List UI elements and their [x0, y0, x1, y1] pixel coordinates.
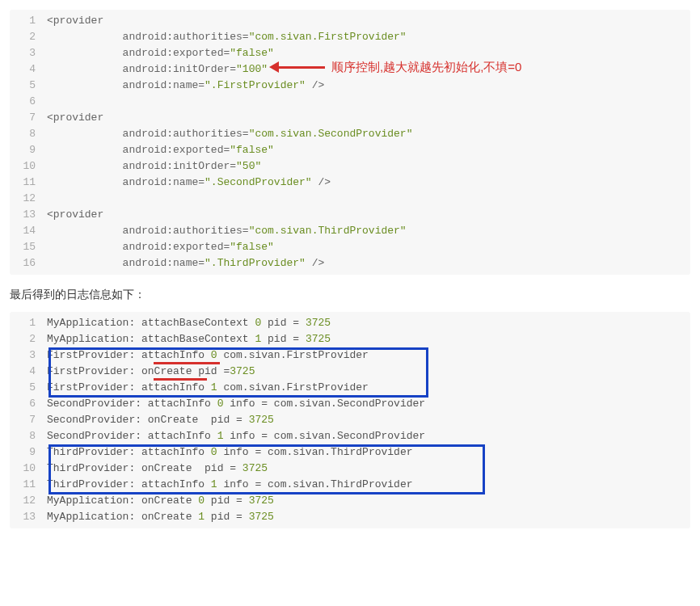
code-content: ThirdProvider: onCreate pid = 3725	[47, 461, 690, 477]
code-row: 10 android:initOrder="50"	[10, 158, 690, 175]
line-number: 1	[10, 13, 47, 29]
code-content: android:authorities="com.sivan.FirstProv…	[47, 29, 690, 45]
line-number: 12	[10, 191, 47, 207]
code-row: 5 android:name=".FirstProvider" />	[10, 78, 690, 94]
line-number: 13	[10, 207, 47, 223]
code-content: MyApplication: onCreate 0 pid = 3725	[47, 493, 690, 509]
code-content	[47, 94, 690, 110]
line-number: 8	[10, 428, 47, 444]
code-row: 9ThirdProvider: attachInfo 0 info = com.…	[10, 444, 690, 461]
code-row: 5FirstProvider: attachInfo 1 com.sivan.F…	[10, 380, 690, 396]
line-number: 8	[10, 126, 47, 142]
code-content: MyApplication: attachBaseContext 1 pid =…	[47, 331, 690, 347]
line-number: 10	[10, 461, 47, 477]
code-content: android:exported="false"	[47, 45, 690, 61]
code-row: 13MyApplication: onCreate 1 pid = 3725	[10, 509, 690, 525]
code-row: 10ThirdProvider: onCreate pid = 3725	[10, 461, 690, 477]
code-content: <provider	[47, 110, 690, 126]
code-content: ThirdProvider: attachInfo 0 info = com.s…	[47, 444, 690, 461]
xml-code-block: 顺序控制,越大就越先初始化,不填=0 1<provider2 android:a…	[10, 10, 690, 275]
arrow-icon	[276, 66, 325, 69]
line-number: 7	[10, 110, 47, 126]
code-row: 3FirstProvider: attachInfo 0 com.sivan.F…	[10, 347, 690, 364]
code-content: android:authorities="com.sivan.ThirdProv…	[47, 223, 690, 239]
line-number: 7	[10, 412, 47, 428]
line-number: 10	[10, 158, 47, 175]
line-number: 15	[10, 239, 47, 255]
code-content: ThirdProvider: attachInfo 1 info = com.s…	[47, 477, 690, 493]
code-content	[47, 191, 690, 207]
line-number: 2	[10, 331, 47, 347]
line-number: 5	[10, 78, 47, 94]
code-row: 6SecondProvider: attachInfo 0 info = com…	[10, 396, 690, 412]
code-row: 7SecondProvider: onCreate pid = 3725	[10, 412, 690, 428]
code-row: 8SecondProvider: attachInfo 1 info = com…	[10, 428, 690, 444]
code-content: SecondProvider: onCreate pid = 3725	[47, 412, 690, 428]
code-row: 8 android:authorities="com.sivan.SecondP…	[10, 126, 690, 142]
line-number: 16	[10, 255, 47, 271]
line-number: 4	[10, 364, 47, 380]
line-number: 14	[10, 223, 47, 239]
code-content: android:name=".FirstProvider" />	[47, 78, 690, 94]
line-number: 11	[10, 477, 47, 493]
caption-text: 最后得到的日志信息如下：	[10, 288, 690, 302]
log-code-block: 1MyApplication: attachBaseContext 0 pid …	[10, 312, 690, 528]
line-number: 9	[10, 444, 47, 461]
code-content: android:exported="false"	[47, 142, 690, 158]
code-row: 11ThirdProvider: attachInfo 1 info = com…	[10, 477, 690, 493]
line-number: 6	[10, 396, 47, 412]
annotation-arrow: 顺序控制,越大就越先初始化,不填=0	[276, 60, 521, 75]
code-row: 4FirstProvider: onCreate pid =3725	[10, 364, 690, 380]
code-row: 14 android:authorities="com.sivan.ThirdP…	[10, 223, 690, 239]
code-content: FirstProvider: attachInfo 1 com.sivan.Fi…	[47, 380, 690, 396]
code-content: android:name=".SecondProvider" />	[47, 175, 690, 191]
line-number: 5	[10, 380, 47, 396]
code-row: 1<provider	[10, 13, 690, 29]
code-row: 2 android:authorities="com.sivan.FirstPr…	[10, 29, 690, 45]
line-number: 3	[10, 45, 47, 61]
code-row: 6	[10, 94, 690, 110]
code-content: android:exported="false"	[47, 239, 690, 255]
line-number: 4	[10, 61, 47, 78]
code-content: MyApplication: attachBaseContext 0 pid =…	[47, 315, 690, 331]
code-row: 2MyApplication: attachBaseContext 1 pid …	[10, 331, 690, 347]
line-number: 3	[10, 347, 47, 364]
line-number: 1	[10, 315, 47, 331]
code-content: FirstProvider: onCreate pid =3725	[47, 364, 690, 380]
code-content: FirstProvider: attachInfo 0 com.sivan.Fi…	[47, 347, 690, 364]
annotation-text: 顺序控制,越大就越先初始化,不填=0	[331, 60, 521, 75]
code-row: 12MyApplication: onCreate 0 pid = 3725	[10, 493, 690, 509]
code-row: 13<provider	[10, 207, 690, 223]
code-row: 7<provider	[10, 110, 690, 126]
code-content: SecondProvider: attachInfo 1 info = com.…	[47, 428, 690, 444]
code-row: 11 android:name=".SecondProvider" />	[10, 175, 690, 191]
code-row: 16 android:name=".ThirdProvider" />	[10, 255, 690, 271]
code-content: <provider	[47, 207, 690, 223]
line-number: 12	[10, 493, 47, 509]
code-row: 15 android:exported="false"	[10, 239, 690, 255]
line-number: 13	[10, 509, 47, 525]
line-number: 6	[10, 94, 47, 110]
code-content: android:initOrder="50"	[47, 158, 690, 175]
code-content: SecondProvider: attachInfo 0 info = com.…	[47, 396, 690, 412]
code-content: android:name=".ThirdProvider" />	[47, 255, 690, 271]
code-row: 1MyApplication: attachBaseContext 0 pid …	[10, 315, 690, 331]
code-row: 12	[10, 191, 690, 207]
line-number: 9	[10, 142, 47, 158]
line-number: 11	[10, 175, 47, 191]
code-content: android:authorities="com.sivan.SecondPro…	[47, 126, 690, 142]
code-content: <provider	[47, 13, 690, 29]
code-row: 3 android:exported="false"	[10, 45, 690, 61]
code-content: MyApplication: onCreate 1 pid = 3725	[47, 509, 690, 525]
code-row: 9 android:exported="false"	[10, 142, 690, 158]
line-number: 2	[10, 29, 47, 45]
